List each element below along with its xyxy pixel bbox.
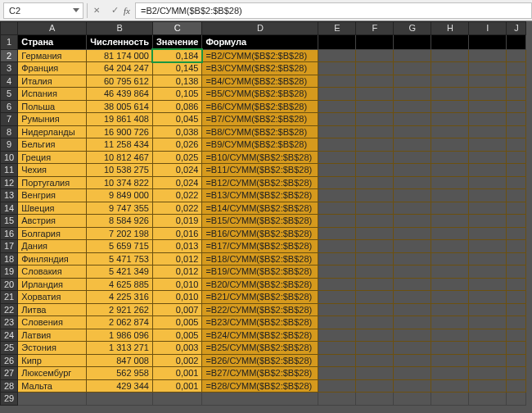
cell-G25[interactable] [394, 342, 431, 355]
cell-G23[interactable] [394, 316, 431, 329]
cell-C2[interactable]: 0,184 [152, 49, 201, 62]
cell-C14[interactable]: 0,022 [152, 202, 201, 215]
cell-E8[interactable] [318, 125, 356, 138]
cell-H24[interactable] [431, 329, 469, 342]
cell-J29[interactable] [507, 393, 526, 406]
cell-H18[interactable] [431, 252, 469, 266]
cell-B13[interactable]: 9 849 000 [87, 189, 153, 202]
cell-C10[interactable]: 0,025 [152, 151, 201, 164]
cell-A21[interactable]: Хорватия [18, 291, 87, 304]
cell-J5[interactable] [507, 88, 526, 101]
column-header-C[interactable]: C [152, 22, 201, 35]
cell-D2[interactable]: =B2/СУММ($B$2:$B$28) [202, 49, 318, 62]
cell-G6[interactable] [394, 100, 431, 113]
cell-C20[interactable]: 0,010 [152, 278, 201, 291]
cell-E1[interactable] [318, 34, 356, 49]
column-header-J[interactable]: J [507, 22, 526, 35]
cell-B16[interactable]: 7 202 198 [87, 227, 153, 240]
cell-F4[interactable] [356, 75, 394, 88]
cell-F2[interactable] [356, 49, 394, 62]
cell-A19[interactable]: Словакия [18, 266, 87, 279]
cell-B23[interactable]: 2 062 874 [87, 316, 153, 329]
cell-F22[interactable] [356, 303, 394, 316]
cell-F8[interactable] [356, 125, 394, 138]
cell-I25[interactable] [469, 342, 507, 355]
cell-E5[interactable] [318, 88, 356, 101]
row-header-13[interactable]: 13 [1, 189, 18, 202]
cell-A6[interactable]: Польша [18, 100, 87, 113]
cell-I1[interactable] [469, 34, 507, 49]
cell-B6[interactable]: 38 005 614 [87, 100, 153, 113]
cell-B27[interactable]: 562 958 [87, 367, 153, 380]
column-header-E[interactable]: E [318, 22, 356, 35]
cell-G24[interactable] [394, 329, 431, 342]
cell-I11[interactable] [469, 164, 507, 177]
cell-A16[interactable]: Болгария [18, 227, 87, 240]
cell-A1[interactable]: Страна [18, 34, 87, 49]
cell-H21[interactable] [431, 291, 469, 304]
cell-I13[interactable] [469, 189, 507, 202]
cell-I23[interactable] [469, 316, 507, 329]
row-header-2[interactable]: 2 [1, 49, 18, 62]
cell-C11[interactable]: 0,024 [152, 164, 201, 177]
cell-B12[interactable]: 10 374 822 [87, 176, 153, 189]
cell-F29[interactable] [356, 393, 394, 406]
cell-C21[interactable]: 0,010 [152, 291, 201, 304]
column-header-A[interactable]: A [18, 22, 87, 35]
cell-F28[interactable] [356, 379, 394, 393]
cell-D8[interactable]: =B8/СУММ($B$2:$B$28) [202, 125, 318, 138]
cell-H8[interactable] [431, 125, 469, 138]
cell-I22[interactable] [469, 303, 507, 316]
cell-D22[interactable]: =B22/СУММ($B$2:$B$28) [202, 303, 318, 316]
cell-A27[interactable]: Люксембург [18, 367, 87, 380]
cell-H26[interactable] [431, 354, 469, 367]
row-header-4[interactable]: 4 [1, 75, 18, 88]
cell-F24[interactable] [356, 329, 394, 342]
cell-A9[interactable]: Бельгия [18, 138, 87, 152]
cell-G20[interactable] [394, 278, 431, 291]
row-header-3[interactable]: 3 [1, 62, 18, 75]
cell-J14[interactable] [507, 202, 526, 215]
cell-J19[interactable] [507, 266, 526, 279]
select-all-corner[interactable] [1, 22, 18, 35]
cell-E17[interactable] [318, 240, 356, 253]
cell-C24[interactable]: 0,005 [152, 329, 201, 342]
row-header-10[interactable]: 10 [1, 151, 18, 164]
cell-H1[interactable] [431, 34, 469, 49]
cell-A3[interactable]: Франция [18, 62, 87, 75]
cell-B9[interactable]: 11 258 434 [87, 138, 153, 152]
cell-C17[interactable]: 0,013 [152, 240, 201, 253]
cell-F21[interactable] [356, 291, 394, 304]
cell-A18[interactable]: Финляндия [18, 252, 87, 266]
cell-B18[interactable]: 5 471 753 [87, 252, 153, 266]
cell-A25[interactable]: Эстония [18, 342, 87, 355]
cell-I20[interactable] [469, 278, 507, 291]
cell-F6[interactable] [356, 100, 394, 113]
row-header-9[interactable]: 9 [1, 138, 18, 152]
column-header-G[interactable]: G [394, 22, 431, 35]
cell-F16[interactable] [356, 227, 394, 240]
cell-E27[interactable] [318, 367, 356, 380]
row-header-26[interactable]: 26 [1, 354, 18, 367]
cell-J26[interactable] [507, 354, 526, 367]
row-header-24[interactable]: 24 [1, 329, 18, 342]
cell-A15[interactable]: Австрия [18, 215, 87, 228]
cell-J4[interactable] [507, 75, 526, 88]
cell-F25[interactable] [356, 342, 394, 355]
cell-J2[interactable] [507, 49, 526, 62]
cell-H7[interactable] [431, 113, 469, 126]
cell-C5[interactable]: 0,105 [152, 88, 201, 101]
cell-A20[interactable]: Ирландия [18, 278, 87, 291]
fx-icon[interactable]: fx [124, 6, 135, 16]
row-header-28[interactable]: 28 [1, 379, 18, 393]
row-header-15[interactable]: 15 [1, 215, 18, 228]
row-header-17[interactable]: 17 [1, 240, 18, 253]
cell-H6[interactable] [431, 100, 469, 113]
cell-J18[interactable] [507, 252, 526, 266]
cell-H20[interactable] [431, 278, 469, 291]
cell-H4[interactable] [431, 75, 469, 88]
cell-D23[interactable]: =B23/СУММ($B$2:$B$28) [202, 316, 318, 329]
cell-F23[interactable] [356, 316, 394, 329]
cell-F27[interactable] [356, 367, 394, 380]
cell-C1[interactable]: Значение [152, 34, 201, 49]
